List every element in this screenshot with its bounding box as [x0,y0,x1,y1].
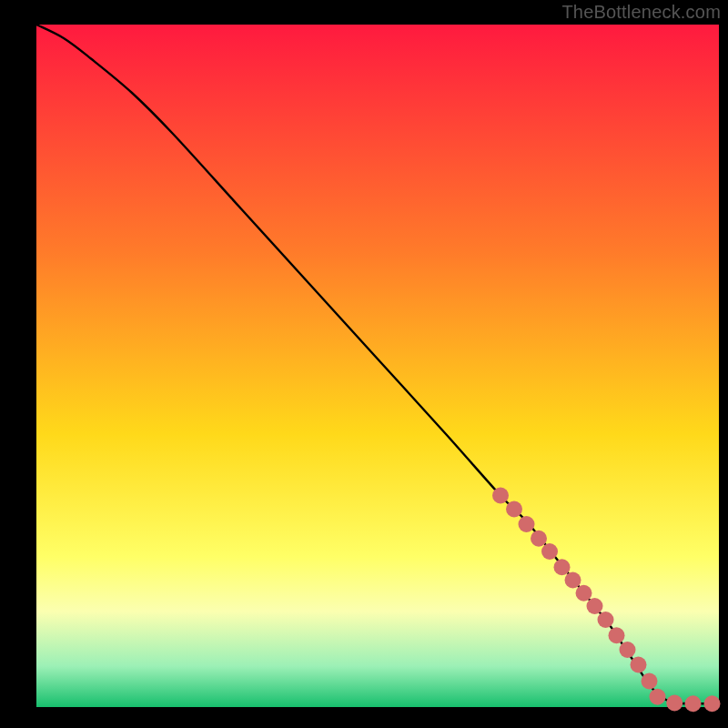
highlight-marker [492,488,509,504]
highlight-marker [565,572,581,589]
highlight-marker [704,695,721,712]
highlight-marker [666,695,682,712]
highlight-marker [620,642,636,658]
highlight-marker [554,559,571,575]
highlight-marker [609,627,625,643]
highlight-marker [519,516,535,532]
chart-svg [0,0,728,728]
highlight-marker [531,531,547,547]
watermark-text: TheBottleneck.com [561,2,721,23]
chart-stage: TheBottleneck.com [0,0,728,728]
highlight-marker [598,612,614,628]
highlight-marker [650,689,666,705]
highlight-marker [506,501,522,518]
highlight-marker [541,543,558,560]
highlight-marker [685,695,702,712]
highlight-marker [576,585,592,602]
plot-background [36,25,719,707]
highlight-marker [642,673,658,690]
highlight-marker [587,598,603,614]
highlight-marker [631,657,647,673]
